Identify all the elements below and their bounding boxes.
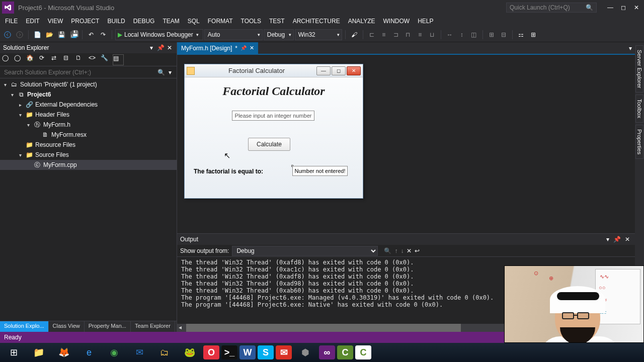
hspacing-icon[interactable]: ↔ bbox=[444, 29, 455, 40]
rail-properties[interactable]: Properties bbox=[635, 125, 643, 159]
start-debugging-button[interactable]: ▶ Local Windows Debugger ▾ bbox=[115, 29, 203, 40]
panel-tab[interactable]: Property Man... bbox=[85, 321, 131, 332]
align-top-icon[interactable]: ⊓ bbox=[403, 29, 414, 40]
menu-build[interactable]: BUILD bbox=[103, 15, 129, 27]
solution-config-dropdown[interactable]: Debug bbox=[264, 29, 294, 40]
frog-icon[interactable]: 🐸 bbox=[178, 344, 201, 361]
nav-forward-icon[interactable] bbox=[14, 29, 25, 40]
output-dropdown-icon[interactable]: ▾ bbox=[606, 236, 609, 243]
vspacing-icon[interactable]: ↕ bbox=[456, 29, 467, 40]
tab-close-icon[interactable]: ✕ bbox=[250, 45, 254, 51]
rail-server-explorer[interactable]: Server Explorer bbox=[635, 45, 643, 93]
winform-preview[interactable]: Factorial Calculator — ◻ ✕ Factorial Cal… bbox=[184, 64, 363, 199]
minimize-button[interactable]: — bbox=[605, 2, 616, 13]
se-collapse-icon[interactable]: ⊟ bbox=[63, 54, 74, 65]
open-file-icon[interactable]: 📂 bbox=[44, 29, 55, 40]
save-icon[interactable]: 💾 bbox=[56, 29, 67, 40]
menu-analyze[interactable]: ANALYZE bbox=[344, 15, 379, 27]
brush-icon[interactable]: 🖌 bbox=[349, 29, 360, 40]
tab-overflow-icon[interactable]: ▾ bbox=[626, 42, 635, 54]
scrollbar-thumb[interactable] bbox=[186, 324, 461, 332]
menu-format[interactable]: FORMAT bbox=[204, 15, 237, 27]
menu-edit[interactable]: EDIT bbox=[22, 15, 43, 27]
panel-close-icon[interactable]: ✕ bbox=[166, 44, 174, 52]
menu-architecture[interactable]: ARCHITECTURE bbox=[289, 15, 344, 27]
explorer-icon[interactable]: 📁 bbox=[27, 344, 50, 361]
tree-node[interactable]: ▾ⓗMyForm.h bbox=[0, 120, 177, 130]
tree-node[interactable]: ▾📁Header Files bbox=[0, 110, 177, 120]
menu-sql[interactable]: SQL bbox=[184, 15, 204, 27]
align-middle-icon[interactable]: ≡ bbox=[415, 29, 426, 40]
opera-icon[interactable]: O bbox=[203, 345, 219, 359]
chrome-icon[interactable]: ◉ bbox=[103, 344, 126, 361]
folder2-icon[interactable]: 🗂 bbox=[153, 344, 176, 361]
skype-icon[interactable]: S bbox=[258, 345, 274, 359]
start-icon[interactable]: ⊞ bbox=[2, 344, 25, 361]
menu-debug[interactable]: DEBUG bbox=[129, 15, 159, 27]
output-next-icon[interactable]: ↓ bbox=[400, 247, 404, 254]
size-icon[interactable]: ◫ bbox=[468, 29, 479, 40]
camtasia2-icon[interactable]: C bbox=[355, 345, 371, 359]
ie-icon[interactable]: e bbox=[77, 344, 101, 361]
menu-help[interactable]: HELP bbox=[414, 15, 437, 27]
se-showall-icon[interactable]: 🗋 bbox=[75, 54, 87, 65]
winform-close-button[interactable]: ✕ bbox=[347, 66, 361, 75]
menu-test[interactable]: TEST bbox=[265, 15, 289, 27]
redo-icon[interactable]: ↷ bbox=[98, 29, 109, 40]
grid-icon[interactable]: ⊞ bbox=[528, 29, 539, 40]
outlook-icon[interactable]: ✉ bbox=[128, 344, 151, 361]
output-prev-icon[interactable]: ↑ bbox=[394, 247, 397, 254]
camtasia-icon[interactable]: C bbox=[337, 345, 353, 359]
vs-icon[interactable]: ∞ bbox=[319, 345, 335, 359]
tree-node[interactable]: ▾🗂Solution 'Project6' (1 project) bbox=[0, 79, 177, 89]
pin-icon[interactable]: 📌 bbox=[156, 44, 165, 52]
output-close-icon[interactable]: ✕ bbox=[625, 236, 630, 243]
maximize-button[interactable]: ◻ bbox=[618, 2, 629, 13]
se-home-icon[interactable]: 🏠 bbox=[26, 54, 37, 65]
output-wrap-icon[interactable]: ↩ bbox=[415, 247, 420, 254]
terminal-icon[interactable]: >_ bbox=[221, 345, 237, 359]
menu-tools[interactable]: TOOLS bbox=[237, 15, 265, 27]
dropdown-icon[interactable]: ▾ bbox=[147, 44, 155, 52]
panel-tab[interactable]: Solution Explo... bbox=[0, 321, 49, 332]
panel-tab[interactable]: Team Explorer bbox=[131, 321, 175, 332]
winform-maximize-button[interactable]: ◻ bbox=[332, 66, 346, 75]
se-code-icon[interactable]: <> bbox=[89, 54, 100, 65]
search-dropdown-icon[interactable]: ▾ bbox=[166, 68, 175, 77]
se-fwd-icon[interactable]: ◯ bbox=[14, 54, 25, 65]
align-right-icon[interactable]: ⊐ bbox=[390, 29, 401, 40]
winform-input-field[interactable]: Please input an integer number bbox=[232, 111, 314, 121]
se-refresh-icon[interactable]: ⟳ bbox=[39, 54, 50, 65]
tree-node[interactable]: ▾⧉Project6 bbox=[0, 89, 177, 100]
se-preview-icon[interactable]: ▤ bbox=[113, 54, 124, 65]
output-pin-icon[interactable]: 📌 bbox=[613, 236, 621, 243]
panel-tab[interactable]: Class View bbox=[49, 321, 85, 332]
menu-file[interactable]: FILE bbox=[1, 15, 22, 27]
winform-output-field[interactable]: Number not entered! bbox=[292, 166, 348, 176]
align-left-icon[interactable]: ⊏ bbox=[366, 29, 377, 40]
solution-tree[interactable]: ▾🗂Solution 'Project6' (1 project)▾⧉Proje… bbox=[0, 78, 177, 321]
platform-dropdown[interactable]: Win32 bbox=[295, 29, 342, 40]
center-v-icon[interactable]: ⊟ bbox=[498, 29, 509, 40]
se-properties-icon[interactable]: 🔧 bbox=[101, 54, 112, 65]
winform-minimize-button[interactable]: — bbox=[316, 66, 331, 75]
config-mode-dropdown[interactable]: Auto bbox=[204, 29, 263, 40]
undo-icon[interactable]: ↶ bbox=[86, 29, 97, 40]
new-project-icon[interactable]: 📄 bbox=[32, 29, 43, 40]
nav-back-icon[interactable] bbox=[2, 29, 13, 40]
mail-icon[interactable]: ✉ bbox=[276, 345, 292, 359]
tab-myform-design[interactable]: MyForm.h [Design]* 📌 ✕ bbox=[177, 42, 258, 54]
align-center-icon[interactable]: ≡ bbox=[378, 29, 389, 40]
menu-team[interactable]: TEAM bbox=[158, 15, 183, 27]
tree-node[interactable]: ⓒMyForm.cpp bbox=[0, 160, 177, 170]
se-search-input[interactable] bbox=[2, 68, 156, 77]
output-clear-icon[interactable]: ✕ bbox=[407, 247, 412, 254]
tree-node[interactable]: 🗎MyForm.resx bbox=[0, 130, 177, 140]
tree-node[interactable]: 📁Resource Files bbox=[0, 140, 177, 150]
word-icon[interactable]: W bbox=[239, 345, 256, 359]
center-h-icon[interactable]: ⊞ bbox=[486, 29, 497, 40]
form-designer-surface[interactable]: Factorial Calculator — ◻ ✕ Factorial Cal… bbox=[177, 54, 635, 233]
close-button[interactable]: ✕ bbox=[631, 2, 642, 13]
rail-toolbox[interactable]: Toolbox bbox=[635, 95, 643, 123]
menu-view[interactable]: VIEW bbox=[44, 15, 67, 27]
